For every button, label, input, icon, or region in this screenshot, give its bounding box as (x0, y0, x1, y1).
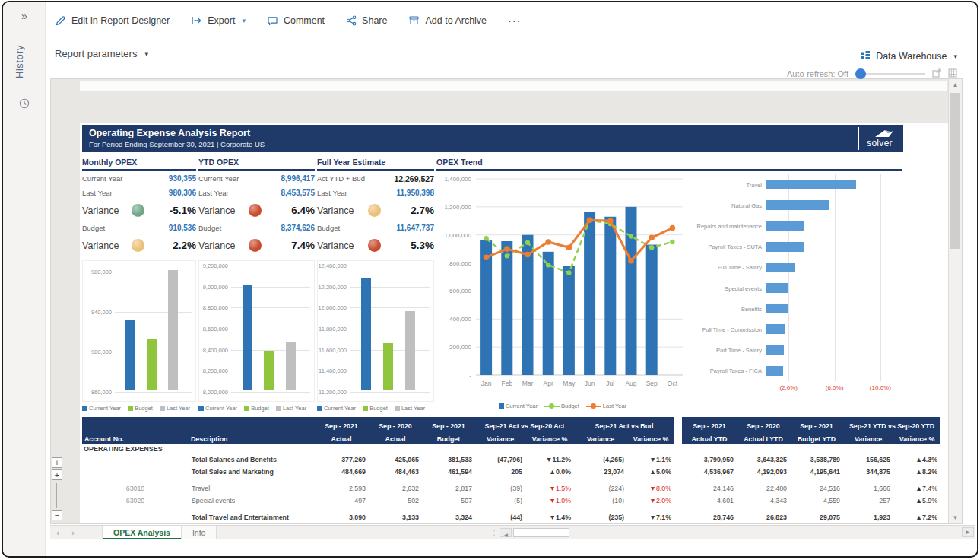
bar-current-year (243, 285, 252, 390)
legend-swatch (198, 406, 204, 411)
comment-icon (267, 15, 278, 26)
svg-text:Aug: Aug (625, 380, 636, 387)
value-cell: 24,516 (790, 482, 843, 495)
legend-label: Budget (135, 405, 153, 412)
legend-item: Budget (128, 405, 153, 412)
kpi-label: Last Year (198, 189, 229, 197)
scroll-up-button[interactable]: ▲ (949, 79, 962, 91)
legend-label: Last Year (603, 402, 626, 409)
y-tick-label: 860,000 (83, 389, 112, 396)
outline-expand-button[interactable]: + (52, 469, 62, 480)
data-warehouse-dropdown[interactable]: Data Warehouse ▾ (860, 49, 957, 62)
sidebar-expand-button[interactable]: » (3, 10, 46, 22)
hbar-category-label: Travel (646, 181, 762, 188)
status-indicator-amber (132, 239, 144, 252)
legend-swatch (276, 406, 281, 411)
value-cell: 484,463 (369, 466, 422, 478)
auto-refresh-slider[interactable] (855, 68, 925, 79)
y-tick-label: 8,600,000 (199, 326, 228, 332)
tab-info[interactable]: Info (182, 526, 217, 539)
grid-view-icon[interactable] (948, 67, 957, 81)
history-sidebar: » History (3, 2, 46, 556)
gridline (231, 392, 310, 393)
header-cell: Sep - 2021 (314, 417, 369, 431)
header-cell: Sep - 2021 (422, 417, 475, 431)
kpi-panel-ytd-opex: YTD OPEX Current Year8,996,417Last Year8… (198, 158, 315, 412)
tab-opex-analysis[interactable]: OPEX Analysis (102, 526, 182, 539)
svg-text:600,000: 600,000 (449, 288, 471, 294)
y-tick-label: 940,000 (83, 308, 112, 315)
gridline (350, 266, 430, 266)
header-cell: Sep - 2020 (737, 417, 790, 431)
value-cell: ▲8.2% (893, 466, 940, 478)
kpi-rows: Current Year8,996,417Last Year8,453,575V… (198, 171, 315, 256)
svg-text:800,000: 800,000 (449, 260, 471, 267)
value-cell: 28,746 (682, 511, 737, 523)
panel-title: Monthly OPEX (82, 158, 196, 171)
export-button[interactable]: Export ▾ (191, 15, 246, 26)
share-button[interactable]: Share (346, 15, 387, 26)
value-cell: 22,480 (737, 482, 790, 495)
y-tick-label: 11,400,000 (318, 368, 347, 374)
svg-text:1,200,000: 1,200,000 (444, 204, 471, 211)
kpi-label: Act YTD + Bud (317, 174, 365, 183)
pencil-icon (55, 15, 66, 27)
description-cell: Special events (189, 495, 314, 507)
header-cell: Variance % (525, 431, 574, 444)
account-cell: 63010 (82, 482, 189, 495)
y-tick-label: 12,200,000 (318, 283, 347, 290)
kpi-value: 930,355 (169, 174, 196, 183)
header-cell: Sep - 2021 (682, 417, 737, 431)
value-cell: (5) (475, 495, 525, 507)
panel-title: YTD OPEX (198, 158, 315, 171)
value-cell: ▼1.5% (525, 482, 574, 495)
description-cell: Travel (189, 482, 314, 495)
hbar-category-label: Benefits (646, 305, 762, 312)
value-cell: ▲0.0% (525, 466, 574, 478)
slider-knob[interactable] (855, 68, 866, 79)
report-title-band: Operating Expense Analysis Report For Pe… (82, 125, 903, 152)
header-cell (674, 417, 682, 431)
header-cell: Actual LYTD (737, 431, 790, 444)
svg-text:-: - (469, 372, 471, 379)
bar-budget (383, 343, 393, 390)
chevron-down-icon: ▾ (242, 17, 246, 24)
hbar-bar (766, 324, 785, 334)
more-actions-button[interactable]: ··· (508, 14, 521, 27)
value-cell: ▲7.4% (893, 482, 940, 495)
add-to-archive-button[interactable]: Add to Archive (408, 15, 487, 26)
gridline (350, 392, 430, 393)
solver-logo-mountain (874, 129, 894, 138)
vertical-scrollbar[interactable]: ▲ ▼ (948, 79, 962, 523)
kpi-value: 12,269,527 (394, 174, 434, 183)
hscroll-right-button[interactable]: ► (962, 527, 974, 537)
tab-scroll-right-button[interactable]: › (65, 526, 81, 539)
hbar-bar (766, 221, 804, 231)
header-cell: Sep-21 Act vs Bud (574, 417, 674, 431)
kpi-value: 8,996,417 (281, 174, 316, 183)
kpi-value: 8,453,575 (281, 189, 316, 197)
kpi-variance-row: Variance-5.1% (82, 200, 196, 221)
hbar-row: Natural Gas (692, 195, 902, 215)
hscroll-left-button[interactable]: ◄ (500, 528, 512, 537)
x-tick-label: (10.0%) (870, 384, 891, 391)
legend-item: Current Year (317, 405, 356, 412)
scrollbar-thumb[interactable] (950, 93, 960, 249)
scroll-down-button[interactable]: ▼ (949, 512, 962, 523)
edit-in-report-designer-button[interactable]: Edit in Report Designer (55, 15, 170, 27)
value-cell: (44) (475, 511, 525, 523)
hbar-bar (766, 180, 856, 189)
comment-button[interactable]: Comment (267, 15, 325, 26)
tab-scroll-left-button[interactable]: ‹ (50, 526, 65, 539)
outline-expand-button[interactable]: + (52, 457, 62, 468)
outline-collapse-button[interactable]: − (52, 510, 62, 520)
report-parameters-dropdown[interactable]: Report parameters ▾ (55, 48, 148, 59)
header-cell: Description (189, 431, 314, 444)
horizontal-scrollbar-track[interactable] (513, 528, 569, 537)
value-cell: 3,133 (369, 511, 422, 523)
hbar-bar (766, 242, 804, 252)
y-tick-label: 8,000,000 (199, 389, 228, 396)
popout-icon[interactable] (932, 67, 941, 81)
history-tab[interactable]: History (14, 31, 56, 92)
tab-splitter-grip[interactable]: ⋮ (490, 526, 496, 539)
